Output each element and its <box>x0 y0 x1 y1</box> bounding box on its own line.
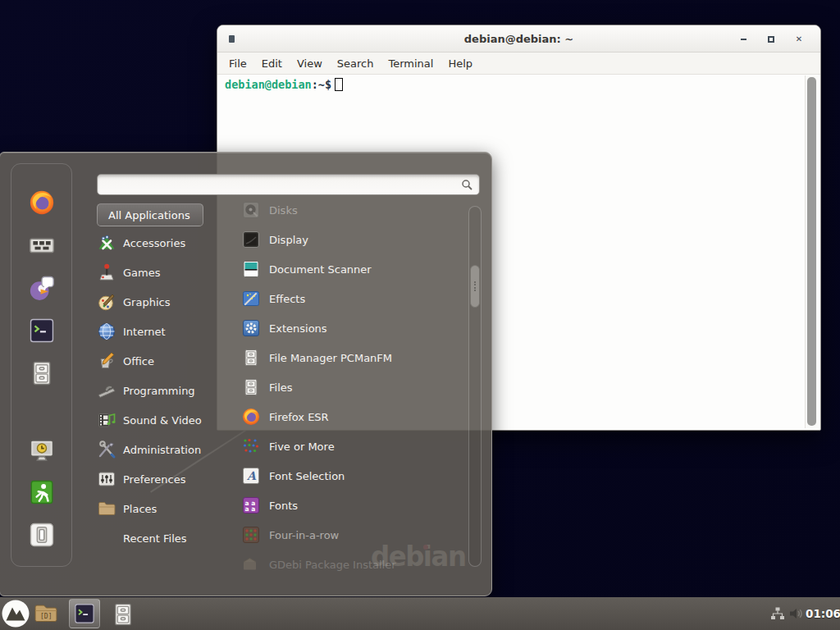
menu-search-input[interactable] <box>98 175 460 194</box>
file-cabinet-icon <box>241 348 261 368</box>
svg-text:A: A <box>246 469 257 482</box>
category-label: Graphics <box>123 296 170 308</box>
preferences-icon <box>97 469 116 489</box>
app-document-scanner[interactable]: Document Scanner <box>241 254 456 284</box>
lock-screen-icon[interactable] <box>28 436 56 464</box>
firefox-icon <box>241 407 261 427</box>
effects-icon <box>241 289 261 308</box>
app-label: Display <box>269 234 308 246</box>
software-launcher-icon[interactable] <box>28 231 56 259</box>
app-font-selection[interactable]: AFont Selection <box>241 461 456 491</box>
category-preferences[interactable]: Preferences <box>97 464 220 494</box>
logout-icon[interactable] <box>28 478 56 506</box>
app-five-or-more[interactable]: Five or More <box>241 431 456 461</box>
category-office[interactable]: Office <box>97 346 220 376</box>
office-icon <box>97 351 116 371</box>
close-icon: ✕ <box>796 34 802 43</box>
app-firefox-esr[interactable]: Firefox ESR <box>241 402 456 431</box>
maximize-icon <box>768 36 774 43</box>
recent-files-icon-spacer <box>97 528 116 548</box>
app-gdebi-package-installer[interactable]: GDebi Package Installer <box>241 550 456 579</box>
category-graphics[interactable]: Graphics <box>97 287 220 317</box>
terminal-scrollbar-thumb[interactable] <box>807 77 816 426</box>
font-selection-icon: A <box>241 466 261 486</box>
menu-search[interactable]: Search <box>330 54 381 73</box>
app-label: Fonts <box>269 500 298 512</box>
maximize-button[interactable] <box>766 34 776 44</box>
accessories-icon <box>97 233 116 253</box>
graphics-icon <box>97 292 116 312</box>
four-in-a-row-icon <box>241 525 261 545</box>
category-places[interactable]: Places <box>97 494 220 523</box>
document-scanner-icon <box>241 259 261 279</box>
firefox-launcher-icon[interactable] <box>28 189 56 217</box>
fonts-icon: a aa a <box>241 495 261 515</box>
network-icon[interactable] <box>769 605 786 622</box>
terminal-launcher-icon[interactable] <box>28 317 56 345</box>
app-label: Effects <box>269 293 305 305</box>
app-effects[interactable]: Effects <box>241 284 456 313</box>
category-administration[interactable]: Administration <box>97 435 220 464</box>
taskbar-terminal-active[interactable] <box>69 599 100 628</box>
app-display[interactable]: Display <box>241 225 456 254</box>
menu-button[interactable] <box>1 599 30 628</box>
terminal-window-title: debian@debian: ~ <box>464 33 573 45</box>
five-or-more-icon <box>241 436 261 456</box>
app-file-manager-pcmanfm[interactable]: File Manager PCManFM <box>241 343 456 372</box>
menu-terminal[interactable]: Terminal <box>381 54 441 73</box>
all-applications-button[interactable]: All Applications <box>97 203 203 226</box>
shell-prompt: debian@debian:~$ <box>225 78 343 91</box>
category-list: Accessories Games Graphics Internet Offi… <box>97 228 220 553</box>
app-files[interactable]: Files <box>241 372 456 402</box>
category-label: Places <box>123 503 157 515</box>
programming-icon <box>97 381 116 400</box>
menu-search-box <box>97 174 480 195</box>
prompt-user-host: debian@debian <box>225 78 312 91</box>
category-label: Programming <box>123 385 195 397</box>
app-disks[interactable]: Disks <box>241 195 456 225</box>
app-fonts[interactable]: a aa aFonts <box>241 491 456 520</box>
close-button[interactable]: ✕ <box>794 34 804 44</box>
category-programming[interactable]: Programming <box>97 376 220 405</box>
category-internet[interactable]: Internet <box>97 317 220 346</box>
file-cabinet-icon <box>241 377 261 397</box>
app-label: Font Selection <box>269 470 345 482</box>
svg-text:a a: a a <box>245 505 256 513</box>
category-sound-video[interactable]: Sound & Video <box>97 405 220 435</box>
taskbar-file-manager-icon[interactable]: [D] <box>33 600 59 627</box>
clock[interactable]: 01:06 <box>806 597 840 630</box>
internet-icon <box>97 322 116 341</box>
prompt-path: :~$ <box>312 78 331 91</box>
taskbar-files-icon[interactable] <box>110 601 136 628</box>
app-extensions[interactable]: Extensions <box>241 313 456 343</box>
terminal-scrollbar-track[interactable] <box>805 75 818 428</box>
volume-icon[interactable] <box>788 605 804 622</box>
menu-file[interactable]: File <box>221 54 254 73</box>
all-applications-label: All Applications <box>108 209 190 221</box>
app-label: Five or More <box>269 441 335 453</box>
menu-scrollbar-track[interactable] <box>468 206 482 567</box>
menu-scrollbar-thumb[interactable] <box>470 265 480 308</box>
app-label: Disks <box>269 204 298 217</box>
category-games[interactable]: Games <box>97 258 220 287</box>
shutdown-icon[interactable] <box>28 521 56 549</box>
scrollbar-grip-icon <box>474 281 476 291</box>
administration-icon <box>97 440 116 459</box>
menu-view[interactable]: View <box>290 54 330 73</box>
category-label: Preferences <box>123 473 185 486</box>
minimize-button[interactable] <box>738 34 748 44</box>
file-manager-launcher-icon[interactable] <box>28 359 56 387</box>
menu-help[interactable]: Help <box>441 54 480 73</box>
taskbar: [D] 01:06 <box>0 597 840 630</box>
menu-edit[interactable]: Edit <box>254 54 290 73</box>
gdebi-icon <box>241 555 261 574</box>
extensions-gear-icon <box>241 318 261 338</box>
application-list: Disks Display Document Scanner Effects E… <box>241 195 456 579</box>
category-recent-files[interactable]: Recent Files <box>97 523 220 553</box>
category-accessories[interactable]: Accessories <box>97 228 220 258</box>
pidgin-launcher-icon[interactable] <box>28 274 56 302</box>
terminal-titlebar[interactable]: debian@debian: ~ ✕ <box>217 25 820 52</box>
app-label: Extensions <box>269 322 327 335</box>
app-four-in-a-row[interactable]: Four-in-a-row <box>241 520 456 550</box>
category-label: Office <box>123 355 154 368</box>
